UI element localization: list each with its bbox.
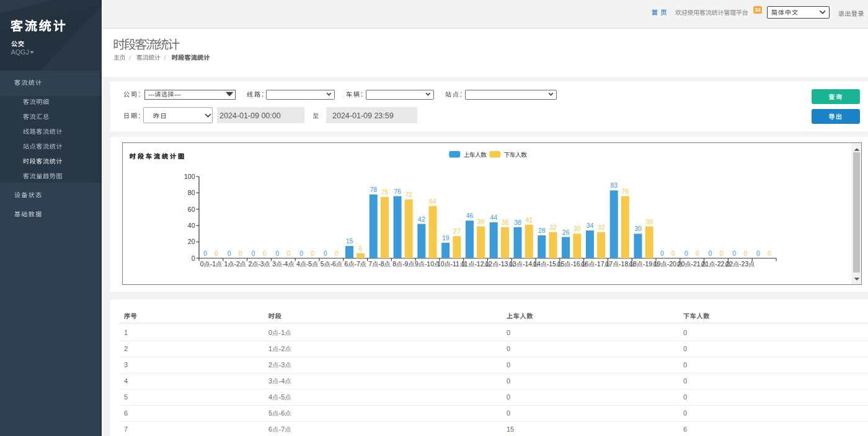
svg-text:-3: -3 <box>279 361 285 368</box>
svg-text::: : <box>138 90 140 98</box>
svg-text:-23: -23 <box>739 260 748 268</box>
svg-text:22: 22 <box>725 260 733 268</box>
svg-text:-6: -6 <box>279 409 285 417</box>
svg-text:17: 17 <box>605 260 613 268</box>
svg-text:5: 5 <box>268 409 272 417</box>
svg-text:75: 75 <box>381 188 389 196</box>
svg-text:---: --- <box>148 90 155 98</box>
svg-text:32: 32 <box>549 224 557 231</box>
svg-text:0: 0 <box>507 329 510 336</box>
svg-text:8: 8 <box>392 260 396 268</box>
svg-text:46: 46 <box>466 212 474 219</box>
svg-text:-4: -4 <box>282 260 288 268</box>
svg-text:-2: -2 <box>279 345 285 352</box>
svg-text:20: 20 <box>188 238 195 245</box>
svg-text:0: 0 <box>286 250 290 257</box>
svg-text:0: 0 <box>720 250 724 257</box>
svg-text:0: 0 <box>263 250 267 257</box>
svg-text:16: 16 <box>582 260 589 268</box>
svg-text:0: 0 <box>228 250 231 257</box>
svg-text:-16: -16 <box>571 260 580 268</box>
svg-text:19: 19 <box>442 234 450 242</box>
svg-text:13: 13 <box>509 260 516 268</box>
svg-text:6: 6 <box>268 425 272 433</box>
svg-text:4: 4 <box>124 377 128 385</box>
svg-text:0: 0 <box>203 250 207 257</box>
svg-text:32: 32 <box>598 224 605 231</box>
svg-text:0: 0 <box>324 250 327 257</box>
svg-text:0: 0 <box>671 250 675 257</box>
svg-text:0: 0 <box>768 250 771 257</box>
svg-text:/: / <box>129 54 131 61</box>
svg-text:/: / <box>164 54 166 61</box>
svg-text::: : <box>262 90 264 98</box>
svg-text:0: 0 <box>709 250 712 257</box>
svg-text:30: 30 <box>634 225 642 232</box>
svg-text:-5: -5 <box>279 393 285 401</box>
svg-text::: : <box>460 90 462 98</box>
svg-text:0: 0 <box>683 393 687 401</box>
svg-text:26: 26 <box>562 229 570 236</box>
svg-text:4: 4 <box>268 393 272 401</box>
svg-text:78: 78 <box>370 186 378 193</box>
svg-text:-17: -17 <box>595 260 604 268</box>
svg-text:---: --- <box>174 90 181 98</box>
svg-text:38: 38 <box>514 219 521 226</box>
svg-text:83: 83 <box>610 181 618 189</box>
svg-text:6: 6 <box>683 425 687 433</box>
svg-text:-8: -8 <box>378 260 384 268</box>
svg-text:1: 1 <box>224 260 228 268</box>
svg-text:34: 34 <box>587 222 594 229</box>
svg-text::: : <box>361 90 363 98</box>
svg-text:76: 76 <box>394 188 401 195</box>
svg-text:0: 0 <box>683 361 687 368</box>
svg-text:30: 30 <box>574 225 581 232</box>
svg-text:0: 0 <box>215 250 218 257</box>
svg-text:2024-01-09 00:00: 2024-01-09 00:00 <box>219 111 281 120</box>
svg-text:-14: -14 <box>523 260 532 268</box>
svg-text:AQGJ: AQGJ <box>11 48 29 56</box>
svg-text:42: 42 <box>418 216 425 223</box>
svg-text:0: 0 <box>756 250 760 257</box>
svg-text:1: 1 <box>268 345 272 352</box>
svg-text:-5: -5 <box>306 260 312 268</box>
svg-text:5: 5 <box>124 393 128 401</box>
svg-text:28: 28 <box>538 227 546 234</box>
svg-text:-13: -13 <box>498 260 508 268</box>
svg-text:15: 15 <box>557 260 565 268</box>
svg-text:7: 7 <box>368 260 372 268</box>
svg-text:14: 14 <box>533 260 541 268</box>
svg-text:-4: -4 <box>279 377 285 385</box>
svg-text:-10: -10 <box>425 260 434 268</box>
svg-text:0: 0 <box>192 255 195 262</box>
svg-text:19: 19 <box>653 260 661 268</box>
svg-text:0: 0 <box>696 250 699 257</box>
svg-text:-19: -19 <box>643 260 652 268</box>
svg-text:-22: -22 <box>715 260 724 268</box>
svg-text:4: 4 <box>296 260 300 268</box>
svg-text:39: 39 <box>477 218 485 225</box>
svg-text:5: 5 <box>321 260 324 268</box>
svg-text:2024-01-09 23:59: 2024-01-09 23:59 <box>332 111 394 120</box>
svg-text:2: 2 <box>248 260 252 268</box>
svg-text:27: 27 <box>453 227 461 235</box>
svg-text:0: 0 <box>507 393 510 401</box>
svg-text:6: 6 <box>359 245 363 252</box>
svg-text:3: 3 <box>272 260 276 268</box>
svg-text:44: 44 <box>490 214 497 221</box>
svg-text:6: 6 <box>124 409 128 417</box>
svg-text:1: 1 <box>124 329 128 336</box>
svg-text:-1: -1 <box>210 260 216 268</box>
svg-text:0: 0 <box>660 250 664 257</box>
svg-text:40: 40 <box>188 222 195 229</box>
svg-text:0: 0 <box>299 250 303 257</box>
svg-text:-7: -7 <box>279 425 285 433</box>
svg-text:-2: -2 <box>234 260 239 268</box>
svg-text:0: 0 <box>311 250 314 257</box>
svg-text:-7: -7 <box>354 260 360 268</box>
svg-text:0: 0 <box>683 329 687 336</box>
svg-text:-21: -21 <box>691 260 700 268</box>
svg-text:0: 0 <box>239 250 242 257</box>
svg-text:0: 0 <box>507 361 510 368</box>
svg-text:72: 72 <box>405 191 412 198</box>
